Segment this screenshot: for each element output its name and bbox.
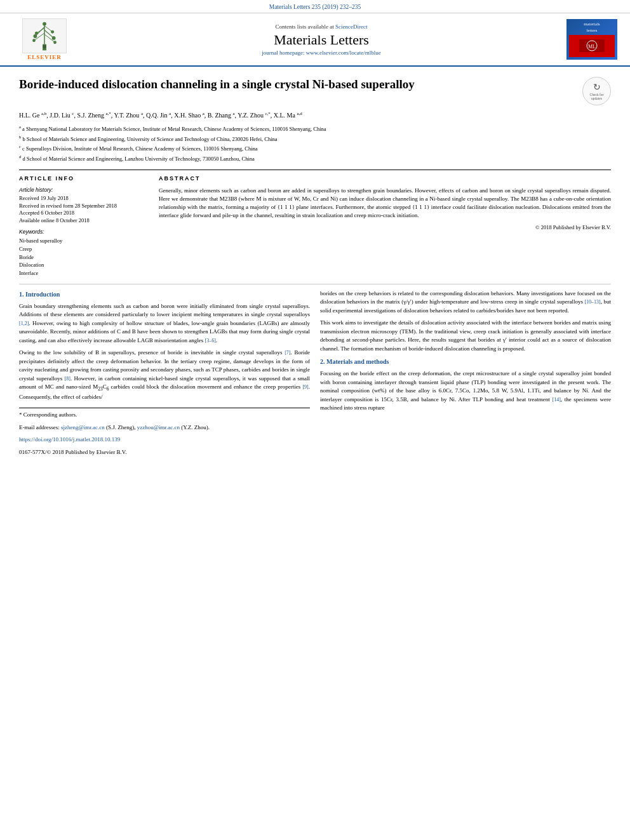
ref-1-2: [1,2] <box>19 321 29 326</box>
journal-banner: ELSEVIER Contents lists available at Sci… <box>0 13 630 67</box>
section2-number: 2. <box>320 358 325 365</box>
affiliation-a: a a Shenyang National Laboratory for Mat… <box>19 124 611 133</box>
online-date: Available online 8 October 2018 <box>19 217 90 223</box>
svg-point-12 <box>51 30 54 33</box>
article-body: Boride-induced dislocation channeling in… <box>0 67 630 467</box>
svg-point-10 <box>32 39 36 42</box>
email2-name: (Y.Z. Zhou). <box>181 424 210 430</box>
copyright-notice: © 2018 Published by Elsevier B.V. <box>159 223 611 231</box>
contents-label: Contents lists available at <box>276 23 334 30</box>
affiliation-c: c c Superalloys Division, Institute of M… <box>19 143 611 153</box>
doi-link[interactable]: https://doi.org/10.1016/j.matlet.2018.10… <box>19 436 120 443</box>
keywords-section: Keywords: Ni-based superalloy Creep Bori… <box>19 229 146 277</box>
journal-homepage: journal homepage: www.elsevier.com/locat… <box>89 50 554 56</box>
article-title-section: Boride-induced dislocation channeling in… <box>19 77 611 105</box>
keyword-5: Interface <box>19 269 146 277</box>
received-date: Received 19 July 2018 <box>19 195 69 201</box>
check-updates-label: Check forupdates <box>590 93 604 100</box>
elsevier-logo: ELSEVIER <box>13 18 76 60</box>
keyword-4: Dislocation <box>19 261 146 269</box>
ref-9: [9] <box>302 384 308 390</box>
article-history: Article history: Received 19 July 2018 R… <box>19 187 146 225</box>
keywords-label: Keywords: <box>19 229 146 235</box>
journal-header: Materials Letters 235 (2019) 232–235 <box>0 0 630 13</box>
email2-link[interactable]: yzzhou@imr.ac.cn <box>137 424 180 430</box>
email-label: E-mail addresses: <box>19 424 60 430</box>
abstract-text: Generally, minor elements such as carbon… <box>159 187 611 220</box>
article-info-panel: ARTICLE INFO Article history: Received 1… <box>19 175 146 277</box>
ref-3-6: [3–6] <box>204 338 215 343</box>
check-for-updates-badge: ↻ Check forupdates <box>582 77 611 105</box>
journal-citation: Materials Letters 235 (2019) 232–235 <box>269 4 361 10</box>
keyword-1: Ni-based superalloy <box>19 237 146 245</box>
section2-title: Materials and methods <box>326 358 389 365</box>
history-label: Article history: <box>19 187 146 193</box>
section2-heading: 2. Materials and methods <box>320 357 611 366</box>
elsevier-tree-image <box>22 18 67 53</box>
keyword-3: Boride <box>19 253 146 262</box>
svg-point-15 <box>43 44 46 48</box>
svg-point-9 <box>52 36 56 40</box>
svg-line-2 <box>35 27 44 36</box>
section1-para4: This work aims to investigate the detail… <box>320 319 611 353</box>
svg-point-8 <box>34 34 37 38</box>
svg-point-11 <box>53 41 57 44</box>
section1-para2: Owing to the low solubility of B in supe… <box>19 349 310 401</box>
banner-right-logo: materialsletters ML <box>566 19 617 59</box>
issn-line: 0167-577X/© 2018 Published by Elsevier B… <box>19 448 310 457</box>
affiliations: a a Shenyang National Laboratory for Mat… <box>19 124 611 163</box>
section1-para3: borides on the creep behaviors is relate… <box>320 290 611 316</box>
ref-7: [7] <box>285 350 290 356</box>
abstract-heading: ABSTRACT <box>159 175 611 182</box>
affiliation-b: b b School of Materials Science and Engi… <box>19 134 611 143</box>
svg-text:ML: ML <box>588 44 596 50</box>
mat-letters-text: materialsletters <box>569 22 615 33</box>
article-info-heading: ARTICLE INFO <box>19 175 146 182</box>
phases: phases <box>224 366 239 373</box>
footnote-area: * Corresponding authors. E-mail addresse… <box>19 408 310 457</box>
content-divider <box>19 284 611 284</box>
section1-para1: Grain boundary strengthening elements su… <box>19 302 310 345</box>
section1-title: Introduction <box>25 291 60 298</box>
article-title: Boride-induced dislocation channeling in… <box>19 77 576 93</box>
svg-point-13 <box>35 31 38 34</box>
revised-date: Received in revised form 28 September 20… <box>19 203 117 209</box>
journal-title-text: Materials Letters <box>89 32 554 48</box>
materials-letters-logo: materialsletters ML <box>566 19 617 59</box>
authors-line: H.L. Ge a,b, J.D. Liu c, S.J. Zheng a,*,… <box>19 110 611 120</box>
banner-center: Contents lists available at ScienceDirec… <box>89 23 554 56</box>
section2-para1: Focusing on the boride effect on the cre… <box>320 370 611 413</box>
corresponding-authors-note: * Corresponding authors. <box>19 411 310 420</box>
email1-link[interactable]: sjzheng@imr.ac.cn <box>61 424 105 430</box>
elsevier-wordmark: ELSEVIER <box>27 54 62 60</box>
svg-point-14 <box>43 22 46 25</box>
sciencedirect-link[interactable]: ScienceDirect <box>335 23 367 30</box>
keywords-list: Ni-based superalloy Creep Boride Disloca… <box>19 237 146 277</box>
info-abstract-row: ARTICLE INFO Article history: Received 1… <box>19 170 611 277</box>
keyword-2: Creep <box>19 245 146 253</box>
affiliation-d: d d School of Material Science and Engin… <box>19 154 611 163</box>
main-content: 1. Introduction Grain boundary strengthe… <box>19 290 611 460</box>
email1-name: (S.J. Zheng), <box>106 424 136 430</box>
ref-14: [14] <box>552 397 560 403</box>
section1-heading: 1. Introduction <box>19 290 310 299</box>
ref-10-13: [10–13] <box>584 299 600 305</box>
contents-line: Contents lists available at ScienceDirec… <box>89 23 554 30</box>
left-column: 1. Introduction Grain boundary strengthe… <box>19 290 310 460</box>
ref-8: [8] <box>65 376 70 382</box>
right-column: borides on the creep behaviors is relate… <box>320 290 611 460</box>
abstract-panel: ABSTRACT Generally, minor elements such … <box>159 175 611 277</box>
section1-number: 1. <box>19 291 24 298</box>
accepted-date: Accepted 6 October 2018 <box>19 210 74 216</box>
